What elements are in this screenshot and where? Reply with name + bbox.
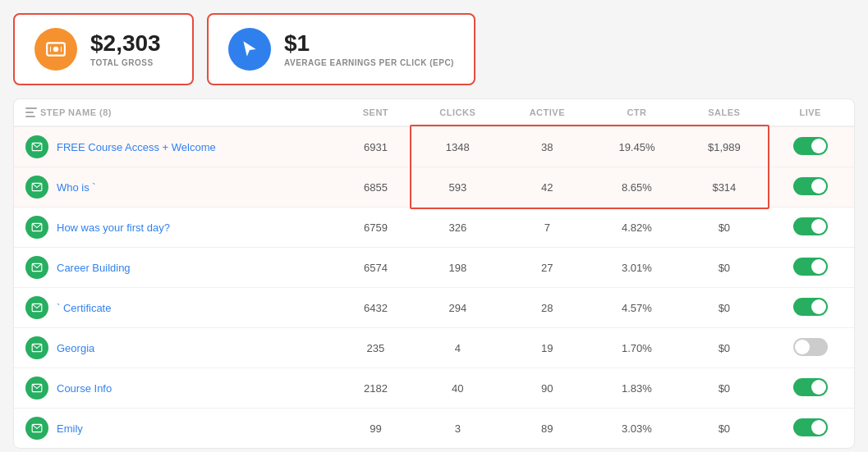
top-cards-section: $2,303 TOTAL GROSS $1 AVERAGE EARNINGS P…	[13, 13, 855, 85]
step-email-icon	[25, 216, 48, 239]
epc-info: $1 AVERAGE EARNINGS PER CLICK (EPC)	[284, 31, 454, 67]
column-ctr: CTR	[592, 99, 682, 126]
step-name-cell: Who is `	[14, 167, 338, 208]
svg-point-1	[53, 47, 59, 53]
step-link[interactable]: Georgia	[57, 342, 94, 354]
step-name-cell: Course Info	[14, 368, 338, 409]
step-email-icon	[25, 417, 48, 440]
sent-cell: 235	[338, 328, 412, 368]
live-toggle[interactable]	[793, 418, 828, 436]
active-cell: 38	[503, 126, 592, 167]
clicks-cell: 3	[413, 409, 503, 449]
table-wrapper: STEP NAME (8) SENT CLICKS ACTIVE CTR SAL…	[14, 99, 854, 448]
step-name-cell: How was your first day?	[14, 208, 338, 248]
cursor-icon	[239, 39, 260, 60]
sort-icon	[25, 107, 37, 117]
sales-cell: $0	[682, 409, 766, 449]
table-row: ` Certificate 6432294284.57%$0	[14, 288, 854, 328]
step-name-cell: ` Certificate	[14, 288, 338, 328]
active-cell: 27	[503, 248, 592, 288]
ctr-cell: 8.65%	[592, 167, 682, 208]
epc-label: AVERAGE EARNINGS PER CLICK (EPC)	[284, 58, 454, 67]
active-cell: 7	[503, 208, 592, 248]
column-active: ACTIVE	[503, 99, 592, 126]
sales-cell: $314	[682, 167, 766, 208]
live-cell	[766, 368, 854, 409]
dollar-icon	[45, 39, 67, 60]
step-name-cell: Career Building	[14, 248, 338, 288]
sent-cell: 6574	[338, 248, 412, 288]
live-cell	[766, 208, 854, 248]
clicks-cell: 40	[413, 368, 503, 409]
ctr-cell: 19.45%	[592, 126, 682, 167]
step-email-icon	[25, 296, 48, 319]
table-row: Career Building 6574198273.01%$0	[14, 248, 854, 288]
column-sales: SALES	[682, 99, 766, 126]
total-gross-value: $2,303	[90, 31, 161, 57]
live-cell	[766, 328, 854, 368]
active-cell: 90	[503, 368, 592, 409]
live-cell	[766, 167, 854, 208]
table-row: Emily 993893.03%$0	[14, 409, 854, 449]
step-link[interactable]: FREE Course Access + Welcome	[57, 141, 216, 153]
sent-cell: 99	[338, 409, 412, 449]
sales-cell: $0	[682, 368, 766, 409]
step-name-cell: Georgia	[14, 328, 338, 368]
step-name-header-label: STEP NAME (8)	[40, 107, 112, 117]
sales-cell: $0	[682, 328, 766, 368]
live-cell	[766, 126, 854, 167]
step-email-icon	[25, 256, 48, 279]
ctr-cell: 1.70%	[592, 328, 682, 368]
clicks-cell: 198	[413, 248, 503, 288]
table-row: Who is ` 6855593428.65%$314	[14, 167, 854, 208]
step-link[interactable]: ` Certificate	[57, 302, 111, 314]
live-toggle[interactable]	[793, 217, 828, 235]
total-gross-label: TOTAL GROSS	[90, 58, 161, 67]
dollar-icon-bg	[34, 28, 77, 71]
active-cell: 89	[503, 409, 592, 449]
step-name-cell: Emily	[14, 409, 338, 449]
sent-cell: 2182	[338, 368, 412, 409]
steps-table-container: STEP NAME (8) SENT CLICKS ACTIVE CTR SAL…	[13, 98, 855, 449]
column-clicks: CLICKS	[413, 99, 503, 126]
step-link[interactable]: Course Info	[57, 382, 112, 395]
column-live: LIVE	[766, 99, 854, 126]
live-toggle[interactable]	[793, 378, 828, 396]
clicks-cell: 326	[413, 208, 503, 248]
sales-cell: $1,989	[682, 126, 766, 167]
active-cell: 19	[503, 328, 592, 368]
epc-value: $1	[284, 31, 454, 57]
sent-cell: 6855	[338, 167, 412, 208]
clicks-cell: 593	[413, 167, 503, 208]
steps-table: STEP NAME (8) SENT CLICKS ACTIVE CTR SAL…	[14, 99, 854, 448]
live-toggle[interactable]	[793, 298, 828, 316]
live-cell	[766, 248, 854, 288]
live-toggle[interactable]	[793, 338, 828, 356]
total-gross-card: $2,303 TOTAL GROSS	[13, 13, 194, 85]
ctr-cell: 3.01%	[592, 248, 682, 288]
step-link[interactable]: Emily	[57, 422, 83, 435]
ctr-cell: 4.57%	[592, 288, 682, 328]
table-row: Course Info 218240901.83%$0	[14, 368, 854, 409]
sent-cell: 6759	[338, 208, 412, 248]
ctr-cell: 4.82%	[592, 208, 682, 248]
live-toggle[interactable]	[793, 137, 828, 155]
live-toggle[interactable]	[793, 258, 828, 276]
ctr-cell: 1.83%	[592, 368, 682, 409]
clicks-cell: 294	[413, 288, 503, 328]
active-cell: 28	[503, 288, 592, 328]
clicks-cell: 1348	[413, 126, 503, 167]
cursor-icon-bg	[228, 28, 271, 71]
live-toggle[interactable]	[793, 177, 828, 195]
step-email-icon	[25, 135, 48, 158]
step-email-icon	[25, 336, 48, 359]
table-row: Georgia 2354191.70%$0	[14, 328, 854, 368]
total-gross-info: $2,303 TOTAL GROSS	[90, 31, 161, 67]
step-link[interactable]: Career Building	[57, 262, 131, 274]
epc-card: $1 AVERAGE EARNINGS PER CLICK (EPC)	[207, 13, 475, 85]
table-row: FREE Course Access + Welcome 69311348381…	[14, 126, 854, 167]
step-email-icon	[25, 377, 48, 399]
table-header-row: STEP NAME (8) SENT CLICKS ACTIVE CTR SAL…	[14, 99, 854, 126]
step-link[interactable]: Who is `	[57, 181, 96, 194]
step-link[interactable]: How was your first day?	[57, 221, 170, 234]
